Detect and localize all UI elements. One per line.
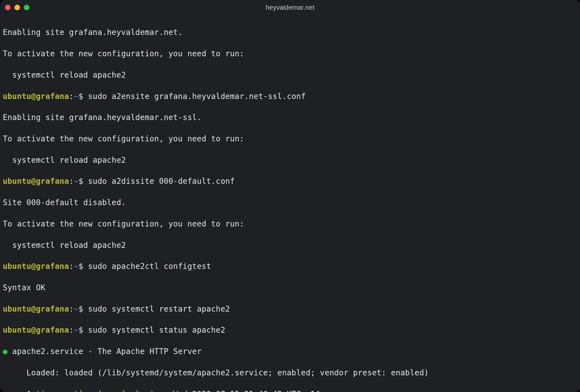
output-line: systemctl reload apache2 [3,70,577,80]
output-line: Loaded: loaded (/lib/systemd/system/apac… [3,368,577,378]
prompt-sigil: $ [79,92,88,101]
prompt-path: ~ [74,325,79,335]
close-icon[interactable] [5,5,11,10]
command-text: sudo systemctl status apache2 [88,325,225,335]
output-text: since Wed 2020-07-15 21:46:42 UTC; 14s a… [140,390,344,392]
output-line: To activate the new configuration, you n… [3,49,577,59]
output-line: systemctl reload apache2 [3,155,577,166]
prompt-line: ubuntu@grafana:~$ sudo systemctl status … [3,325,577,335]
prompt-sep: : [69,262,74,271]
prompt-user: ubuntu@grafana [3,92,69,101]
prompt-sigil: $ [79,304,88,314]
output-line: Enabling site grafana.heyvaldemar.net. [3,27,577,38]
output-line: Syntax OK [3,282,577,293]
prompt-sigil: $ [79,177,88,186]
zoom-icon[interactable] [24,5,29,10]
prompt-sigil: $ [79,325,88,335]
output-line: systemctl reload apache2 [3,240,577,251]
output-line: To activate the new configuration, you n… [3,134,577,144]
prompt-path: ~ [74,262,79,271]
command-text: sudo a2ensite grafana.heyvaldemar.net-ss… [88,92,306,101]
traffic-lights [5,5,29,10]
prompt-line: ubuntu@grafana:~$ sudo a2ensite grafana.… [3,91,577,102]
status-line: ● apache2.service - The Apache HTTP Serv… [3,346,577,357]
command-text: sudo systemctl restart apache2 [88,304,230,314]
prompt-sep: : [69,325,74,335]
prompt-path: ~ [74,92,79,101]
prompt-sep: : [69,92,74,101]
command-text: sudo apache2ctl configtest [88,262,211,271]
prompt-user: ubuntu@grafana [3,304,69,314]
prompt-line: ubuntu@grafana:~$ sudo a2dissite 000-def… [3,176,577,187]
prompt-line: ubuntu@grafana:~$ sudo systemctl restart… [3,304,577,314]
prompt-sigil: $ [79,262,88,271]
output-line: Enabling site grafana.heyvaldemar.net-ss… [3,112,577,123]
active-status: active (running) [64,390,140,392]
window-title: heyvaldemar.net [0,4,580,11]
status-active-line: Active: active (running) since Wed 2020-… [3,389,577,392]
titlebar: heyvaldemar.net [0,0,580,15]
prompt-sep: : [69,177,74,186]
prompt-path: ~ [74,177,79,186]
status-dot-icon: ● [3,347,7,356]
output-line: To activate the new configuration, you n… [3,219,577,229]
prompt-sep: : [69,304,74,314]
prompt-path: ~ [74,304,79,314]
output-text: apache2.service - The Apache HTTP Server [7,347,201,356]
terminal-window: heyvaldemar.net Enabling site grafana.he… [0,0,580,392]
output-line: Site 000-default disabled. [3,197,577,208]
prompt-user: ubuntu@grafana [3,262,69,271]
output-text: Active: [3,390,64,392]
prompt-user: ubuntu@grafana [3,325,69,335]
prompt-user: ubuntu@grafana [3,177,69,186]
command-text: sudo a2dissite 000-default.conf [88,177,235,186]
terminal-body[interactable]: Enabling site grafana.heyvaldemar.net. T… [0,15,580,392]
minimize-icon[interactable] [14,5,20,10]
prompt-line: ubuntu@grafana:~$ sudo apache2ctl config… [3,261,577,272]
